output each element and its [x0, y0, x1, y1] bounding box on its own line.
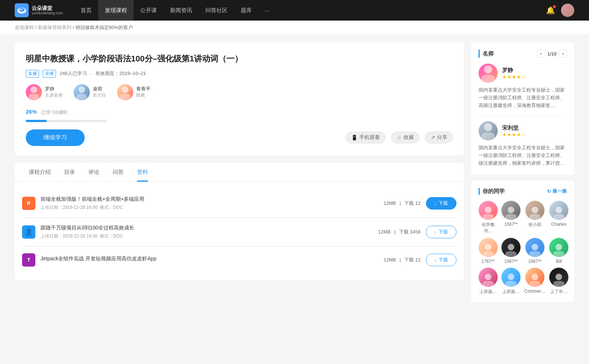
tc-name-0: 罗静	[502, 67, 526, 74]
download-icon-2: ↓	[434, 257, 437, 263]
nav-quiz[interactable]: 题库	[234, 0, 258, 21]
badge-record: 录播	[43, 70, 56, 78]
teachers-sidebar-title: 名师 ‹ 1/10 ›	[479, 50, 567, 58]
file-icon-0: P	[22, 197, 35, 210]
download-button-2[interactable]: ↓ 下载	[426, 254, 457, 266]
nav-open[interactable]: 公开课	[134, 0, 163, 21]
classmate-8[interactable]: 上班族…	[479, 268, 498, 295]
nav-discover[interactable]: 发现课程	[98, 0, 134, 21]
cm-name-3: Charles	[551, 222, 566, 227]
course-card: 明星中教授课，小学阶段语法100分–强化级第1讲动词（一） 直播 录播 246人…	[15, 42, 464, 156]
continue-button[interactable]: 继续学习	[26, 129, 85, 146]
progress-sub: 已学习0课时	[41, 109, 68, 116]
cm-name-11: 上了年…	[550, 289, 568, 295]
download-button-0[interactable]: ↓ 下载	[426, 197, 457, 210]
download-icon-1: ↓	[434, 229, 437, 235]
nav-home[interactable]: 首页	[74, 0, 98, 21]
teachers-prev-button[interactable]: ‹	[537, 50, 545, 58]
progress-pct: 26%	[26, 108, 37, 115]
refresh-button[interactable]: ↻ 换一换	[547, 188, 567, 195]
teacher-name-0: 罗静	[45, 86, 63, 92]
course-title: 明星中教授课，小学阶段语法100分–强化级第1讲动词（一）	[26, 53, 453, 65]
breadcrumb-series[interactable]: 新媒体营销系列	[38, 25, 71, 30]
tc-info-0: 罗静 ★★★★☆	[502, 67, 526, 80]
classmate-11[interactable]: 上了年…	[549, 268, 568, 295]
tabs-header: 课程介绍 目录 评论 问答 资料	[15, 163, 464, 182]
nav-qa[interactable]: 问答社区	[199, 0, 234, 21]
teachers-page: 1/10	[547, 51, 557, 57]
file-meta-1: 上传日期：2019-12-28 16:00 格式：DOC	[40, 233, 371, 239]
share-button[interactable]: ↗ 分享	[425, 132, 453, 143]
teachers-pagination: ‹ 1/10 ›	[537, 50, 567, 58]
tc-avatar-0	[479, 64, 498, 83]
teachers-next-button[interactable]: ›	[559, 50, 567, 58]
file-item-0: P 前端全栈加强版！前端全栈+全周期+多端应用 上传日期：2019-12-28 …	[22, 189, 456, 218]
tab-intro[interactable]: 课程介绍	[22, 163, 57, 182]
tab-qa[interactable]: 问答	[106, 163, 130, 182]
collect-button[interactable]: ☆ 收藏	[391, 132, 419, 143]
breadcrumb-discover[interactable]: 发现课程	[15, 25, 34, 30]
teacher-role-0: 主讲老师	[45, 92, 63, 99]
teacher-2: 青青平 助教	[117, 84, 151, 100]
bell-icon[interactable]: 🔔	[546, 6, 555, 15]
teacher-avatar-1	[74, 84, 90, 100]
classmate-0[interactable]: 化学教书…	[479, 201, 498, 234]
user-avatar[interactable]	[561, 4, 574, 17]
tabs-card: 课程介绍 目录 评论 问答 资料 P 前端全栈加强版！前端全栈+全周期+多端应用…	[15, 163, 464, 281]
tc-desc-0: 国内某重点大学安全工程专业硕士，国家一级注册消防工程师、注册安全工程师、高级注册…	[479, 86, 567, 109]
classmate-6[interactable]: 1867**	[524, 238, 546, 264]
cm-avatar-6	[525, 238, 544, 257]
cm-name-7: Bill	[556, 259, 562, 264]
classmates-card: 你的同学 ↻ 换一换 化学教书…	[471, 181, 574, 302]
cm-avatar-10	[525, 268, 544, 287]
classmate-1[interactable]: 1567**	[501, 201, 521, 234]
cm-name-10: Commer…	[524, 289, 546, 294]
classmate-9[interactable]: 上班族…	[501, 268, 521, 295]
download-label-1: 下载	[438, 229, 448, 235]
phone-watch-button[interactable]: 📱 手机观看	[346, 132, 385, 143]
classmate-4[interactable]: 1767**	[479, 238, 498, 264]
phone-label: 手机观看	[359, 134, 380, 141]
separator: ·	[91, 71, 92, 76]
student-count: 246人已学习	[60, 70, 87, 77]
teacher-name-1: 凌荷	[93, 86, 106, 92]
action-buttons: 📱 手机观看 ☆ 收藏 ↗ 分享	[346, 132, 453, 143]
tab-content: P 前端全栈加强版！前端全栈+全周期+多端应用 上传日期：2019-12-28 …	[15, 182, 464, 281]
svg-point-2	[20, 9, 22, 10]
nav-more[interactable]: ···	[258, 0, 276, 21]
classmate-5[interactable]: 1567**	[501, 238, 521, 264]
download-button-1[interactable]: ↓ 下载	[426, 226, 457, 238]
teacher-sidebar-1: 宋利坚 ★★★★☆ 国内某重点大学安全工程专业硕士，国家一级注册消防工程师、注册…	[479, 121, 567, 167]
teachers-list: 罗静 主讲老师 凌荷 班主任	[26, 84, 453, 100]
tab-catalog[interactable]: 目录	[57, 163, 82, 182]
share-icon: ↗	[431, 135, 435, 140]
logo[interactable]: 云朵课堂 yunduoketang.com	[15, 3, 63, 17]
cm-name-2: 张小田	[528, 222, 542, 228]
classmate-2[interactable]: 张小田	[524, 201, 546, 234]
cm-name-6: 1867**	[528, 259, 542, 264]
file-stats-0: 12MB | 下载 12	[377, 200, 421, 207]
tc-name-1: 宋利坚	[502, 125, 526, 132]
progress-section: 26% 已学习0课时	[26, 108, 453, 122]
tc-desc-1: 国内某重点大学安全工程专业硕士，国家一级注册消防工程师、注册安全工程师、级注册建…	[479, 144, 567, 167]
classmate-7[interactable]: Bill	[549, 238, 568, 264]
teacher-name-2: 青青平	[136, 86, 151, 92]
file-name-2: Jetpack全组件实战 开发短视频应用高仿皮皮虾App	[40, 256, 371, 262]
nav-news[interactable]: 新闻资讯	[163, 0, 199, 21]
cm-name-5: 1567**	[504, 259, 518, 264]
classmate-3[interactable]: Charles	[549, 201, 568, 234]
teachers-sidebar-card: 名师 ‹ 1/10 ›	[471, 42, 574, 175]
teacher-info-2: 青青平 助教	[136, 86, 151, 99]
sidebar: 名师 ‹ 1/10 ›	[471, 42, 574, 308]
phone-icon: 📱	[351, 135, 357, 140]
cm-name-9: 上班族…	[502, 289, 520, 295]
cm-avatar-9	[501, 268, 521, 287]
cm-avatar-11	[549, 268, 568, 287]
classmate-10[interactable]: Commer…	[524, 268, 546, 295]
tc-stars-0: ★★★★☆	[502, 74, 526, 80]
cm-avatar-5	[501, 238, 521, 257]
cm-name-1: 1567**	[504, 222, 518, 227]
tab-materials[interactable]: 资料	[130, 163, 155, 182]
tab-review[interactable]: 评论	[82, 163, 106, 182]
tc-header-1: 宋利坚 ★★★★☆	[479, 121, 567, 140]
